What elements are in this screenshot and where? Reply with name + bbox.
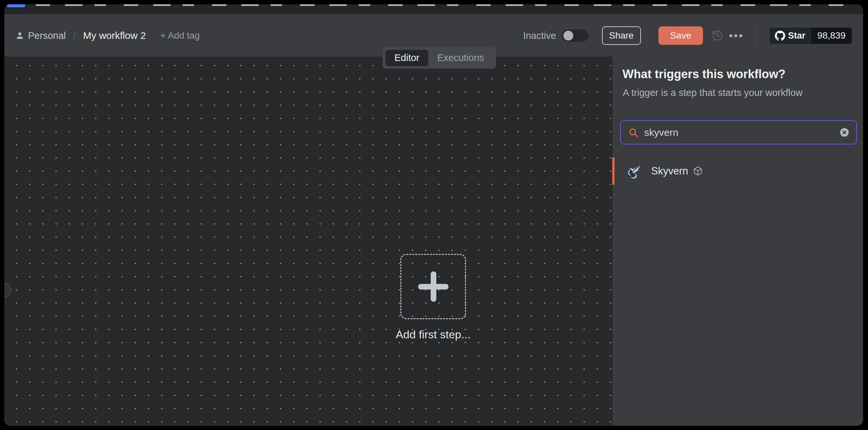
share-button[interactable]: Share — [602, 26, 641, 45]
browser-tab-sliver — [799, 4, 811, 6]
browser-tab-sliver — [241, 4, 259, 6]
history-button[interactable] — [708, 26, 727, 45]
more-options-button[interactable] — [727, 26, 745, 45]
workflow-status-label: Inactive — [523, 30, 556, 41]
workflow-title[interactable]: My workflow 2 — [83, 30, 146, 41]
add-tag-button[interactable]: + Add tag — [160, 30, 200, 41]
browser-tab-sliver — [183, 4, 194, 6]
browser-tab-sliver — [829, 4, 843, 6]
browser-tab-sliver — [711, 4, 723, 6]
result-accent-bar — [612, 157, 615, 185]
browser-tab-sliver — [417, 4, 435, 6]
browser-tab-sliver — [153, 4, 170, 6]
github-star-button[interactable]: Star — [770, 28, 811, 44]
community-node-icon — [693, 166, 703, 176]
tab-editor[interactable]: Editor — [385, 50, 428, 66]
browser-tab-sliver — [212, 4, 226, 6]
browser-tab-sliver — [359, 4, 370, 6]
browser-tab-sliver — [271, 4, 282, 6]
tab-executions[interactable]: Executions — [428, 50, 493, 66]
ellipsis-icon — [730, 34, 742, 37]
skyvern-logo — [624, 163, 642, 180]
project-name: Personal — [28, 30, 66, 41]
browser-tab-sliver — [770, 4, 787, 6]
github-star-label: Star — [788, 31, 806, 41]
panel-subtitle: A trigger is a step that starts your wor… — [623, 88, 803, 98]
search-icon — [628, 127, 639, 138]
browser-tab-sliver — [652, 4, 667, 6]
header-bottom-border — [4, 57, 613, 57]
github-star-widget[interactable]: Star 98,839 — [769, 27, 852, 44]
trigger-panel: What triggers this workflow? A trigger i… — [613, 57, 863, 426]
browser-tab-sliver — [741, 4, 755, 6]
browser-tab-sliver — [594, 4, 611, 6]
workflow-canvas[interactable]: Add first step... — [4, 57, 613, 426]
panel-title: What triggers this workflow? — [622, 67, 785, 81]
browser-tab-sliver — [388, 4, 403, 6]
breadcrumb: Personal / My workflow 2 + Add tag — [16, 30, 200, 41]
browser-tab-sliver — [300, 4, 314, 6]
browser-tab-sliver — [7, 4, 25, 7]
add-first-step-label: Add first step... — [366, 328, 500, 341]
view-tabs: Editor Executions — [382, 47, 496, 69]
history-icon — [712, 30, 723, 41]
result-name: Skyvern — [651, 165, 688, 177]
browser-tab-sliver — [623, 4, 635, 6]
person-icon — [16, 31, 24, 40]
search-result-skyvern[interactable]: Skyvern — [613, 157, 863, 185]
browser-tab-sliver — [535, 4, 547, 6]
app-window: Personal / My workflow 2 + Add tag Inact… — [4, 4, 863, 426]
browser-tab-sliver — [330, 4, 347, 6]
breadcrumb-separator: / — [73, 30, 75, 41]
header-divider — [755, 20, 755, 52]
browser-tab-sliver — [476, 4, 491, 6]
plus-icon — [418, 271, 448, 302]
browser-tab-sliver — [447, 4, 458, 6]
header-actions: Inactive Share Save — [523, 20, 852, 52]
browser-tab-sliver — [36, 4, 50, 6]
browser-tab-strip — [4, 4, 863, 14]
project-crumb[interactable]: Personal — [16, 30, 66, 41]
browser-tab-sliver — [682, 4, 699, 6]
browser-tab-sliver — [124, 4, 138, 6]
search-input[interactable] — [644, 127, 839, 138]
toggle-knob — [563, 31, 573, 40]
browser-tab-sliver — [506, 4, 523, 6]
active-toggle[interactable] — [562, 30, 588, 41]
browser-tab-sliver — [94, 4, 106, 6]
clear-search-icon[interactable] — [839, 127, 849, 137]
main-area: Add first step... What triggers this wor… — [4, 57, 863, 426]
node-search-box — [620, 120, 857, 144]
save-button[interactable]: Save — [658, 26, 703, 45]
collapsed-panel-handle[interactable] — [4, 283, 11, 297]
browser-tab-sliver — [65, 4, 83, 6]
github-icon — [775, 31, 785, 41]
github-star-count[interactable]: 98,839 — [811, 28, 852, 44]
add-first-step-button[interactable] — [400, 254, 466, 319]
browser-tab-sliver — [564, 4, 579, 6]
